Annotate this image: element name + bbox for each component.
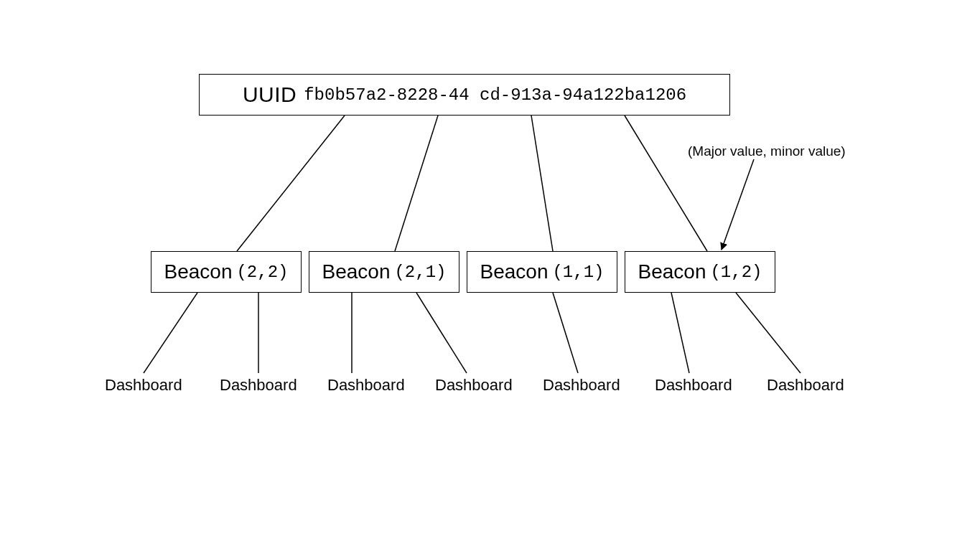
svg-line-2 xyxy=(531,116,553,251)
beacon-box-4: Beacon (1,2) xyxy=(625,251,775,293)
beacon-coords: (2,2) xyxy=(236,263,288,282)
beacon-label: Beacon xyxy=(164,260,233,283)
svg-line-3 xyxy=(625,116,707,251)
dashboard-leaf: Dashboard xyxy=(105,376,182,395)
beacon-box-3: Beacon (1,1) xyxy=(467,251,617,293)
beacon-coords: (1,1) xyxy=(552,263,604,282)
beacon-box-1: Beacon (2,2) xyxy=(151,251,302,293)
beacon-label: Beacon xyxy=(322,260,391,283)
annotation-major-minor: (Major value, minor value) xyxy=(688,143,846,159)
dashboard-leaf: Dashboard xyxy=(767,376,844,395)
beacon-label: Beacon xyxy=(638,260,706,283)
uuid-box: UUID fb0b57a2-8228-44 cd-913a-94a122ba12… xyxy=(199,74,730,116)
svg-line-0 xyxy=(237,116,345,251)
svg-line-5 xyxy=(144,293,197,373)
beacon-coords: (1,2) xyxy=(710,263,762,282)
beacon-box-2: Beacon (2,1) xyxy=(309,251,459,293)
svg-line-1 xyxy=(395,116,438,251)
beacon-coords: (2,1) xyxy=(394,263,446,282)
diagram-stage: UUID fb0b57a2-8228-44 cd-913a-94a122ba12… xyxy=(0,0,980,551)
dashboard-leaf: Dashboard xyxy=(220,376,297,395)
svg-line-11 xyxy=(736,293,801,373)
svg-line-8 xyxy=(416,293,467,373)
svg-line-10 xyxy=(671,293,689,373)
dashboard-leaf: Dashboard xyxy=(435,376,513,395)
dashboard-leaf: Dashboard xyxy=(655,376,732,395)
dashboard-leaf: Dashboard xyxy=(327,376,405,395)
uuid-value: fb0b57a2-8228-44 cd-913a-94a122ba1206 xyxy=(304,85,686,105)
svg-line-4 xyxy=(722,159,754,250)
dashboard-leaf: Dashboard xyxy=(543,376,620,395)
svg-line-9 xyxy=(553,293,578,373)
beacon-label: Beacon xyxy=(480,260,549,283)
uuid-label: UUID xyxy=(243,83,297,107)
